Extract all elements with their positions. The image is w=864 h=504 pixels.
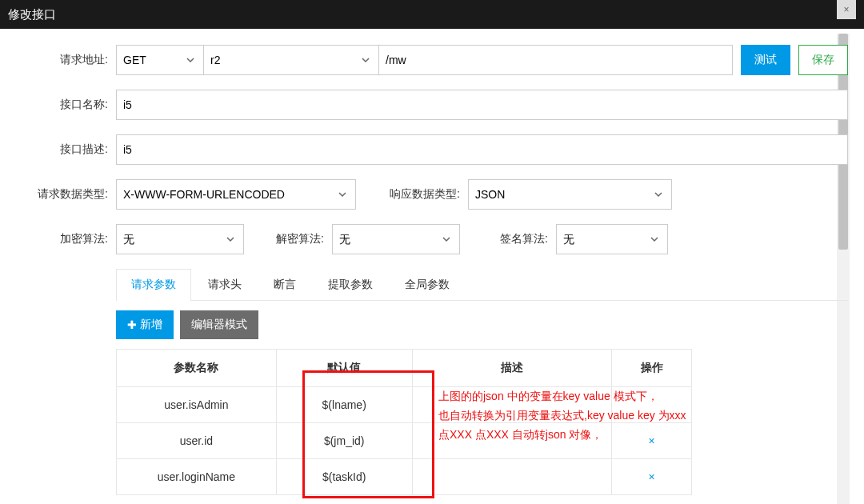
cell-name[interactable]: user.loginName — [117, 459, 277, 495]
th-name: 参数名称 — [117, 350, 277, 387]
close-icon[interactable]: × — [837, 0, 856, 19]
editor-mode-button[interactable]: 编辑器模式 — [180, 310, 258, 339]
delete-icon[interactable]: × — [648, 470, 654, 483]
label-desc: 接口描述: — [8, 142, 116, 157]
tab-global[interactable]: 全局参数 — [390, 269, 465, 300]
label-url: 请求地址: — [8, 53, 116, 67]
table-row: user.loginName $(taskId) × — [117, 459, 692, 495]
path-input[interactable] — [378, 45, 733, 75]
test-button[interactable]: 测试 — [741, 45, 790, 75]
decrypt-select[interactable]: 无 — [332, 224, 460, 254]
tabs: 请求参数 请求头 断言 提取参数 全局参数 — [116, 269, 848, 301]
cell-op: × — [612, 459, 692, 495]
add-button[interactable]: ✚新增 — [116, 310, 174, 339]
reqtype-select[interactable]: X-WWW-FORM-URLENCODED — [116, 179, 356, 210]
encrypt-select[interactable]: 无 — [116, 224, 244, 254]
plus-icon: ✚ — [127, 318, 137, 331]
cell-name[interactable]: user.isAdmin — [117, 387, 277, 423]
th-value: 默认值 — [276, 350, 412, 387]
label-restype: 响应数据类型: — [356, 187, 468, 202]
save-button[interactable]: 保存 — [798, 45, 848, 75]
label-encrypt: 加密算法: — [8, 232, 116, 246]
cell-value[interactable]: $(lname) — [276, 387, 412, 423]
cell-value[interactable]: $(jm_id) — [276, 423, 412, 459]
label-sign: 签名算法: — [460, 232, 556, 246]
restype-select[interactable]: JSON — [468, 179, 672, 210]
label-decrypt: 解密算法: — [244, 232, 332, 246]
tab-assert[interactable]: 断言 — [258, 269, 311, 300]
cell-name[interactable]: user.id — [117, 423, 277, 459]
label-name: 接口名称: — [8, 98, 116, 112]
th-desc: 描述 — [412, 350, 612, 387]
tab-extract[interactable]: 提取参数 — [313, 269, 388, 300]
cell-value[interactable]: $(taskId) — [276, 459, 412, 495]
cell-desc[interactable] — [412, 459, 612, 495]
label-reqtype: 请求数据类型: — [8, 187, 116, 202]
sign-select[interactable]: 无 — [556, 224, 668, 254]
annotation-text: 上图的的json 中的变量在key value 模式下， 也自动转换为引用变量表… — [438, 387, 758, 444]
tab-request-params[interactable]: 请求参数 — [116, 269, 191, 301]
name-input[interactable] — [116, 90, 848, 120]
host-select[interactable]: r2 — [203, 45, 379, 75]
modal-title: 修改接口 — [8, 7, 56, 22]
th-op: 操作 — [612, 350, 692, 387]
method-select[interactable]: GET — [116, 45, 204, 75]
modal-titlebar: 修改接口 × — [0, 0, 864, 29]
desc-input[interactable] — [116, 134, 848, 165]
tab-headers[interactable]: 请求头 — [193, 269, 257, 300]
